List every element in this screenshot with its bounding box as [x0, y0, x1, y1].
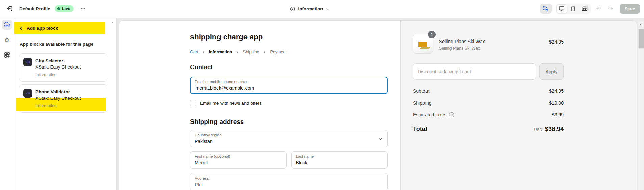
app-blocks-section-title: App blocks available for this page	[20, 42, 93, 47]
desktop-view-button[interactable]	[556, 4, 567, 13]
product-variant: Selling Plans Ski Wax	[439, 46, 485, 51]
total-row: Total USD $38.94	[413, 126, 564, 133]
store-title: shipping charge app	[190, 33, 388, 42]
quantity-badge: 1	[428, 31, 436, 38]
apply-discount-button[interactable]: Apply	[539, 63, 564, 80]
app-block-title: City Selector	[35, 58, 63, 63]
save-button[interactable]: Save	[620, 4, 640, 14]
inspector-cursor-icon	[542, 5, 549, 12]
device-preview-switcher	[556, 4, 591, 14]
shipping-row: Shipping $10.00	[413, 100, 564, 106]
sections-icon	[4, 21, 10, 28]
desktop-icon	[558, 5, 565, 12]
order-summary-pane: 1 Selling Plans Ski Wax Selling Plans Sk…	[400, 21, 637, 190]
editor-left-rail: ⚙	[0, 18, 14, 190]
exit-editor-button[interactable]	[5, 4, 15, 14]
add-app-block-back[interactable]: Add app block	[14, 22, 58, 34]
sidebar-header-title: Add app block	[27, 26, 58, 31]
first-name-field[interactable]: First name (optional) Merritt	[190, 151, 287, 169]
ellipsis-icon	[80, 6, 86, 12]
app-block-city-selector[interactable]: ΞC City Selector XStak: Easy Checkout In…	[19, 53, 107, 82]
app-block-title: Phone Validator	[35, 89, 70, 94]
fullwidth-view-button[interactable]	[579, 4, 590, 13]
rail-settings-tab[interactable]: ⚙	[2, 35, 12, 45]
breadcrumb-chevron-icon: >	[203, 50, 205, 54]
taxes-help-icon[interactable]: ?	[449, 112, 454, 117]
xstak-logo-icon: ΞC	[23, 89, 32, 98]
breadcrumb-information: Information	[209, 50, 232, 54]
cart-line-item: 1 Selling Plans Ski Wax Selling Plans Sk…	[413, 34, 564, 54]
checkout-preview-area: shipping charge app Cart > Information >…	[117, 18, 644, 190]
contact-heading: Contact	[190, 63, 388, 71]
profile-name: Default Profile	[19, 6, 50, 11]
preview-scrollbar[interactable]: ▲	[638, 21, 644, 190]
newsletter-optin[interactable]: Email me with news and offers	[190, 100, 388, 106]
app-block-placement: Information	[35, 104, 103, 108]
product-price: $24.95	[549, 34, 564, 54]
live-dot-icon	[57, 7, 60, 10]
newsletter-checkbox[interactable]	[190, 100, 196, 106]
text-caret	[195, 85, 195, 90]
ski-wax-image	[418, 42, 427, 47]
apps-icon	[4, 52, 10, 58]
mobile-view-button[interactable]	[568, 4, 579, 13]
breadcrumb-chevron-icon: >	[264, 50, 266, 54]
rail-sections-tab[interactable]	[2, 20, 12, 30]
discount-code-input[interactable]	[413, 63, 536, 80]
breadcrumb-shipping: Shipping	[243, 50, 259, 54]
address-field[interactable]: Address Plot	[190, 173, 388, 190]
checkout-preview-card: shipping charge app Cart > Information >…	[119, 21, 637, 190]
breadcrumb-cart[interactable]: Cart	[190, 50, 198, 54]
last-name-field[interactable]: Last name Block	[291, 151, 388, 169]
chevron-down-icon	[378, 137, 383, 141]
app-blocks-sidebar: Add app block App blocks available for t…	[14, 18, 117, 190]
email-field[interactable]: Email or mobile phone number merritt.blo…	[190, 77, 388, 94]
rail-apps-tab[interactable]	[2, 50, 12, 60]
mobile-icon	[570, 5, 576, 12]
topbar: Default Profile Live Information	[0, 0, 644, 18]
total-amount: $38.94	[545, 126, 564, 133]
app-block-phone-validator[interactable]: ΞC Phone Validator XStak: Easy Checkout …	[19, 84, 107, 113]
app-block-placement: Information	[35, 73, 103, 77]
estimated-taxes-row: Estimated taxes ? $3.99	[413, 112, 564, 117]
page-selector-dropdown[interactable]: Information	[290, 0, 330, 18]
breadcrumb-chevron-icon: >	[236, 50, 238, 54]
undo-button[interactable]: ↶	[595, 5, 603, 12]
gear-icon: ⚙	[4, 37, 9, 43]
breadcrumb-payment: Payment	[270, 50, 287, 54]
xstak-logo-icon: ΞC	[23, 58, 32, 66]
redo-button[interactable]: ↷	[607, 5, 615, 12]
page-selector-label: Information	[298, 6, 323, 11]
chevron-left-icon	[19, 26, 23, 30]
currency-code: USD	[534, 128, 542, 132]
fullwidth-icon	[581, 5, 588, 12]
country-select[interactable]: Country/Region Pakistan	[190, 130, 388, 147]
app-block-app-name: XStak: Easy Checkout	[35, 64, 81, 70]
info-circle-icon	[290, 6, 295, 12]
app-block-app-name: XStak: Easy Checkout	[35, 96, 81, 101]
shipping-address-heading: Shipping address	[190, 117, 388, 126]
scrollbar-thumb[interactable]	[638, 29, 644, 49]
product-name: Selling Plans Ski Wax	[439, 38, 485, 45]
live-status-badge: Live	[55, 5, 74, 12]
subtotal-row: Subtotal $24.95	[413, 88, 564, 94]
exit-icon	[6, 5, 13, 12]
scrollbar-up-arrow[interactable]: ▲	[638, 23, 644, 25]
breadcrumb: Cart > Information > Shipping > Payment	[190, 50, 388, 54]
sidebar-scroll-up-arrow[interactable]: ▲	[111, 21, 114, 24]
checkout-form-pane: shipping charge app Cart > Information >…	[119, 21, 400, 190]
more-options-button[interactable]	[78, 4, 88, 14]
inspector-toggle-button[interactable]	[540, 4, 552, 14]
chevron-down-icon	[326, 7, 330, 11]
